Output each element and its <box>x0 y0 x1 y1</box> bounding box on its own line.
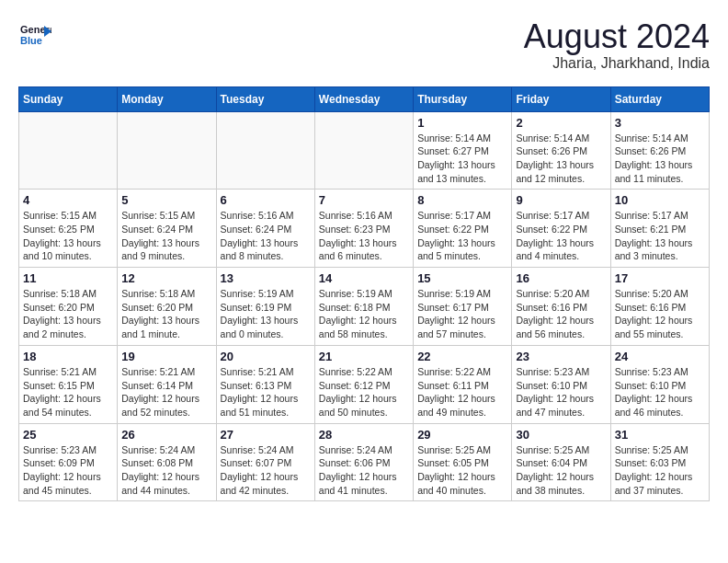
day-number: 12 <box>121 271 211 285</box>
calendar-day-cell: 16Sunrise: 5:20 AM Sunset: 6:16 PM Dayli… <box>512 268 610 346</box>
calendar-week-row: 25Sunrise: 5:23 AM Sunset: 6:09 PM Dayli… <box>19 423 710 501</box>
day-info: Sunrise: 5:21 AM Sunset: 6:15 PM Dayligh… <box>23 365 113 419</box>
calendar-day-cell: 13Sunrise: 5:19 AM Sunset: 6:19 PM Dayli… <box>216 268 314 346</box>
day-number: 14 <box>319 271 409 285</box>
calendar-day-cell: 18Sunrise: 5:21 AM Sunset: 6:15 PM Dayli… <box>19 345 118 423</box>
title-block: August 2024 Jharia, Jharkhand, India <box>524 18 710 72</box>
day-number: 2 <box>516 116 606 130</box>
calendar-day-cell <box>19 111 118 190</box>
day-info: Sunrise: 5:23 AM Sunset: 6:09 PM Dayligh… <box>23 443 113 498</box>
day-info: Sunrise: 5:18 AM Sunset: 6:20 PM Dayligh… <box>23 287 113 341</box>
calendar-day-cell: 11Sunrise: 5:18 AM Sunset: 6:20 PM Dayli… <box>19 268 118 346</box>
calendar-day-cell: 21Sunrise: 5:22 AM Sunset: 6:12 PM Dayli… <box>314 345 413 423</box>
calendar-day-cell: 12Sunrise: 5:18 AM Sunset: 6:20 PM Dayli… <box>118 268 216 346</box>
logo: General Blue <box>18 18 51 52</box>
weekday-header-cell: Monday <box>118 86 216 111</box>
day-info: Sunrise: 5:20 AM Sunset: 6:16 PM Dayligh… <box>615 287 705 341</box>
weekday-header-cell: Wednesday <box>314 86 413 111</box>
day-number: 23 <box>516 350 606 363</box>
day-number: 15 <box>417 271 507 285</box>
day-number: 4 <box>23 193 113 207</box>
calendar-day-cell: 28Sunrise: 5:24 AM Sunset: 6:06 PM Dayli… <box>314 423 413 501</box>
calendar-day-cell: 19Sunrise: 5:21 AM Sunset: 6:14 PM Dayli… <box>118 345 216 423</box>
calendar-day-cell: 25Sunrise: 5:23 AM Sunset: 6:09 PM Dayli… <box>19 423 118 501</box>
calendar-day-cell: 20Sunrise: 5:21 AM Sunset: 6:13 PM Dayli… <box>216 345 314 423</box>
calendar-body: 1Sunrise: 5:14 AM Sunset: 6:27 PM Daylig… <box>19 111 710 501</box>
day-info: Sunrise: 5:17 AM Sunset: 6:22 PM Dayligh… <box>516 209 606 263</box>
day-number: 24 <box>615 350 705 363</box>
weekday-header-cell: Sunday <box>19 86 118 111</box>
day-number: 26 <box>121 428 211 442</box>
day-number: 8 <box>417 193 507 207</box>
calendar-day-cell: 5Sunrise: 5:15 AM Sunset: 6:24 PM Daylig… <box>118 190 216 268</box>
day-info: Sunrise: 5:23 AM Sunset: 6:10 PM Dayligh… <box>615 365 705 419</box>
day-number: 22 <box>417 350 507 363</box>
calendar-day-cell: 30Sunrise: 5:25 AM Sunset: 6:04 PM Dayli… <box>512 423 610 501</box>
day-info: Sunrise: 5:21 AM Sunset: 6:13 PM Dayligh… <box>221 365 311 419</box>
day-info: Sunrise: 5:14 AM Sunset: 6:26 PM Dayligh… <box>615 132 705 186</box>
calendar-day-cell: 10Sunrise: 5:17 AM Sunset: 6:21 PM Dayli… <box>610 190 709 268</box>
calendar-day-cell: 14Sunrise: 5:19 AM Sunset: 6:18 PM Dayli… <box>314 268 413 346</box>
calendar-day-cell: 26Sunrise: 5:24 AM Sunset: 6:08 PM Dayli… <box>118 423 216 501</box>
page-header: General Blue August 2024 Jharia, Jharkha… <box>18 18 710 72</box>
calendar-day-cell: 1Sunrise: 5:14 AM Sunset: 6:27 PM Daylig… <box>414 111 512 190</box>
day-number: 28 <box>319 428 409 442</box>
day-info: Sunrise: 5:20 AM Sunset: 6:16 PM Dayligh… <box>516 287 606 341</box>
weekday-header-cell: Tuesday <box>216 86 314 111</box>
day-info: Sunrise: 5:25 AM Sunset: 6:03 PM Dayligh… <box>615 443 705 498</box>
day-number: 13 <box>221 271 311 285</box>
day-info: Sunrise: 5:15 AM Sunset: 6:24 PM Dayligh… <box>121 209 211 263</box>
day-info: Sunrise: 5:25 AM Sunset: 6:04 PM Dayligh… <box>516 443 606 498</box>
calendar-day-cell: 15Sunrise: 5:19 AM Sunset: 6:17 PM Dayli… <box>414 268 512 346</box>
day-info: Sunrise: 5:17 AM Sunset: 6:22 PM Dayligh… <box>417 209 507 263</box>
day-info: Sunrise: 5:25 AM Sunset: 6:05 PM Dayligh… <box>417 443 507 498</box>
day-number: 19 <box>121 350 211 363</box>
day-info: Sunrise: 5:21 AM Sunset: 6:14 PM Dayligh… <box>121 365 211 419</box>
day-number: 20 <box>221 350 311 363</box>
calendar-day-cell <box>216 111 314 190</box>
day-number: 9 <box>516 193 606 207</box>
day-info: Sunrise: 5:22 AM Sunset: 6:11 PM Dayligh… <box>417 365 507 419</box>
calendar-day-cell: 7Sunrise: 5:16 AM Sunset: 6:23 PM Daylig… <box>314 190 413 268</box>
calendar-week-row: 11Sunrise: 5:18 AM Sunset: 6:20 PM Dayli… <box>19 268 710 346</box>
day-number: 16 <box>516 271 606 285</box>
calendar-day-cell: 2Sunrise: 5:14 AM Sunset: 6:26 PM Daylig… <box>512 111 610 190</box>
calendar-day-cell: 23Sunrise: 5:23 AM Sunset: 6:10 PM Dayli… <box>512 345 610 423</box>
day-number: 7 <box>319 193 409 207</box>
day-info: Sunrise: 5:23 AM Sunset: 6:10 PM Dayligh… <box>516 365 606 419</box>
day-number: 29 <box>417 428 507 442</box>
day-info: Sunrise: 5:15 AM Sunset: 6:25 PM Dayligh… <box>23 209 113 263</box>
month-year-title: August 2024 <box>524 18 710 55</box>
calendar-day-cell: 27Sunrise: 5:24 AM Sunset: 6:07 PM Dayli… <box>216 423 314 501</box>
calendar-day-cell: 22Sunrise: 5:22 AM Sunset: 6:11 PM Dayli… <box>414 345 512 423</box>
weekday-header-cell: Thursday <box>414 86 512 111</box>
calendar-week-row: 1Sunrise: 5:14 AM Sunset: 6:27 PM Daylig… <box>19 111 710 190</box>
day-info: Sunrise: 5:24 AM Sunset: 6:07 PM Dayligh… <box>221 443 311 498</box>
calendar-table: SundayMondayTuesdayWednesdayThursdayFrid… <box>18 86 710 502</box>
day-number: 30 <box>516 428 606 442</box>
calendar-day-cell: 3Sunrise: 5:14 AM Sunset: 6:26 PM Daylig… <box>610 111 709 190</box>
calendar-day-cell: 8Sunrise: 5:17 AM Sunset: 6:22 PM Daylig… <box>414 190 512 268</box>
day-info: Sunrise: 5:19 AM Sunset: 6:19 PM Dayligh… <box>221 287 311 341</box>
calendar-day-cell: 31Sunrise: 5:25 AM Sunset: 6:03 PM Dayli… <box>610 423 709 501</box>
day-info: Sunrise: 5:17 AM Sunset: 6:21 PM Dayligh… <box>615 209 705 263</box>
day-number: 10 <box>615 193 705 207</box>
day-number: 11 <box>23 271 113 285</box>
day-info: Sunrise: 5:24 AM Sunset: 6:06 PM Dayligh… <box>319 443 409 498</box>
calendar-day-cell: 17Sunrise: 5:20 AM Sunset: 6:16 PM Dayli… <box>610 268 709 346</box>
weekday-header-row: SundayMondayTuesdayWednesdayThursdayFrid… <box>19 86 710 111</box>
day-number: 21 <box>319 350 409 363</box>
day-info: Sunrise: 5:22 AM Sunset: 6:12 PM Dayligh… <box>319 365 409 419</box>
svg-text:Blue: Blue <box>20 35 42 46</box>
day-info: Sunrise: 5:18 AM Sunset: 6:20 PM Dayligh… <box>121 287 211 341</box>
day-number: 25 <box>23 428 113 442</box>
day-number: 31 <box>615 428 705 442</box>
calendar-week-row: 4Sunrise: 5:15 AM Sunset: 6:25 PM Daylig… <box>19 190 710 268</box>
day-number: 3 <box>615 116 705 130</box>
weekday-header-cell: Saturday <box>610 86 709 111</box>
calendar-day-cell: 9Sunrise: 5:17 AM Sunset: 6:22 PM Daylig… <box>512 190 610 268</box>
calendar-day-cell: 24Sunrise: 5:23 AM Sunset: 6:10 PM Dayli… <box>610 345 709 423</box>
day-info: Sunrise: 5:16 AM Sunset: 6:24 PM Dayligh… <box>221 209 311 263</box>
day-info: Sunrise: 5:24 AM Sunset: 6:08 PM Dayligh… <box>121 443 211 498</box>
calendar-day-cell <box>118 111 216 190</box>
